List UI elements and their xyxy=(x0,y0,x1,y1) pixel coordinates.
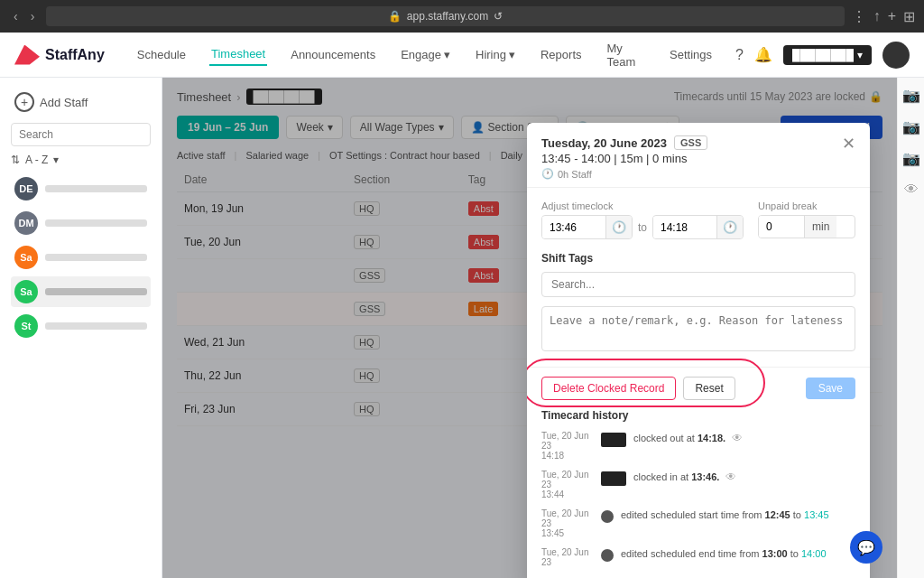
staff-name xyxy=(45,288,147,295)
chevron-down-icon: ▾ xyxy=(444,48,450,61)
save-button[interactable]: Save xyxy=(806,378,855,399)
browser-chrome: ‹ › 🔒 app.staffany.com ↺ ⋮ ↑ + ⊞ xyxy=(0,0,924,33)
eye-icon[interactable]: 👁 xyxy=(732,432,743,444)
time-in-input[interactable] xyxy=(542,217,605,238)
nav-engage[interactable]: Engage ▾ xyxy=(399,44,452,65)
time-in-input-group: 🕐 xyxy=(541,215,633,239)
nav-timesheet[interactable]: Timesheet xyxy=(209,43,267,66)
top-nav: StaffAny Schedule Timesheet Announcement… xyxy=(0,33,924,78)
address-bar[interactable]: 🔒 app.staffany.com ↺ xyxy=(46,6,844,26)
staff-item[interactable]: Sa xyxy=(11,276,151,307)
staff-item[interactable]: Sa xyxy=(11,242,151,273)
nav-myteam[interactable]: My Team xyxy=(605,38,647,72)
back-button[interactable]: ‹ xyxy=(9,7,23,25)
history-meta: Tue, 20 Jun 23 14:18 xyxy=(541,431,594,461)
side-icons: 📷 📷 📷 👁 xyxy=(897,78,924,578)
extensions-icon[interactable]: ⋮ xyxy=(852,8,866,25)
chevron-down-icon: ▾ xyxy=(509,48,515,61)
history-item: Tue, 20 Jun 23 13:44 clocked in at 13:46… xyxy=(541,470,855,499)
modal-time-summary: 13:45 - 14:00 | 15m | 0 mins xyxy=(541,152,707,165)
reload-icon[interactable]: ↺ xyxy=(494,10,503,23)
browser-controls: ‹ › xyxy=(9,7,39,25)
timesheet-area: Timesheet › ████████ Timecards until 15 … xyxy=(162,78,897,578)
user-menu[interactable]: ████████ ▾ xyxy=(783,45,872,65)
staff-item[interactable]: St xyxy=(11,311,151,341)
sort-control[interactable]: ⇅ A - Z ▾ xyxy=(11,154,151,166)
modal-title-block: Tuesday, 20 June 2023 GSS 13:45 - 14:00 … xyxy=(541,135,707,180)
time-out-input-group: 🕐 xyxy=(652,215,744,239)
eye-icon[interactable]: 👁 xyxy=(725,471,736,483)
lock-icon: 🔒 xyxy=(388,10,402,23)
timecard-history: Timecard history Tue, 20 Jun 23 14:18 cl… xyxy=(527,409,870,578)
sort-icon: ⇅ xyxy=(11,154,20,166)
nav-hiring[interactable]: Hiring ▾ xyxy=(474,44,517,65)
forward-button[interactable]: › xyxy=(26,7,40,25)
nav-announcements[interactable]: Announcements xyxy=(289,44,377,65)
camera-off-icon[interactable]: 📷 xyxy=(902,87,920,104)
url-text: app.staffany.com xyxy=(407,10,488,23)
plus-icon: + xyxy=(14,92,34,112)
new-tab-icon[interactable]: + xyxy=(888,8,896,25)
modal-body: Adjust timeclock 🕐 to 🕐 xyxy=(527,188,870,367)
logo: StaffAny xyxy=(14,45,105,65)
staff-avatar: Sa xyxy=(14,246,38,269)
history-text: clocked out at 14:18. 👁 xyxy=(633,431,743,446)
chevron-down-icon: ▾ xyxy=(53,154,59,166)
browser-nav[interactable]: ‹ › xyxy=(9,7,39,25)
nav-settings[interactable]: Settings xyxy=(668,44,714,65)
staff-item[interactable]: DE xyxy=(11,173,151,204)
history-item: Tue, 20 Jun 23 13:45 edited scheduled st… xyxy=(541,508,855,538)
modal-close-button[interactable]: ✕ xyxy=(842,135,855,152)
reset-button[interactable]: Reset xyxy=(683,377,735,400)
time-out-input[interactable] xyxy=(653,217,716,238)
user-name: ████████ xyxy=(792,49,854,61)
clock-icon: 🕐 xyxy=(605,216,632,238)
history-item: Tue, 20 Jun 23 14:18 clocked out at 14:1… xyxy=(541,431,855,461)
delete-clocked-record-button[interactable]: Delete Clocked Record xyxy=(541,377,676,400)
share-icon[interactable]: ↑ xyxy=(873,8,881,25)
history-avatar-circle xyxy=(601,510,614,523)
modal-staff: 🕐 0h Staff xyxy=(541,168,707,180)
note-textarea[interactable] xyxy=(541,306,855,351)
modal-footer: Delete Clocked Record Reset Save xyxy=(527,367,870,409)
avatar[interactable] xyxy=(882,42,910,69)
to-label: to xyxy=(638,221,647,234)
nav-right: ? 🔔 ████████ ▾ xyxy=(735,42,910,69)
history-meta: Tue, 20 Jun 23 13:44 xyxy=(541,470,594,499)
shift-tags-search[interactable] xyxy=(541,272,855,297)
staff-item[interactable]: DM xyxy=(11,208,151,238)
modal-date: Tuesday, 20 June 2023 GSS xyxy=(541,135,707,150)
search-input[interactable] xyxy=(11,123,151,146)
history-avatar-bar xyxy=(601,471,626,486)
chat-button[interactable]: 💬 xyxy=(850,531,882,564)
staff-avatar: St xyxy=(14,314,38,338)
chevron-down-icon: ▾ xyxy=(857,49,863,61)
unpaid-unit: min xyxy=(804,216,836,238)
browser-actions: ⋮ ↑ + ⊞ xyxy=(852,8,915,25)
nav-schedule[interactable]: Schedule xyxy=(135,44,188,65)
clock-icon: 🕐 xyxy=(716,216,743,238)
sidebar: + Add Staff ⇅ A - Z ▾ DE DM Sa xyxy=(0,78,162,578)
logo-icon xyxy=(14,45,40,65)
history-text: edited scheduled start time from 12:45 t… xyxy=(621,508,829,522)
camera-off-icon-3[interactable]: 📷 xyxy=(902,150,920,167)
history-avatar-bar xyxy=(601,433,626,447)
modal-header: Tuesday, 20 June 2023 GSS 13:45 - 14:00 … xyxy=(527,123,870,188)
unpaid-input[interactable] xyxy=(759,216,804,238)
eye-icon[interactable]: 👁 xyxy=(904,182,919,198)
modal-section-tag: GSS xyxy=(674,135,707,150)
history-title: Timecard history xyxy=(541,409,855,422)
history-text: clocked in at 13:46. 👁 xyxy=(633,470,736,485)
camera-off-icon-2[interactable]: 📷 xyxy=(902,118,920,135)
nav-reports[interactable]: Reports xyxy=(539,44,584,65)
history-text: edited scheduled end time from 13:00 to … xyxy=(621,547,827,561)
main-content: + Add Staff ⇅ A - Z ▾ DE DM Sa xyxy=(0,78,924,578)
tabs-icon[interactable]: ⊞ xyxy=(903,8,915,25)
help-icon[interactable]: ? xyxy=(735,47,744,63)
bell-icon[interactable]: 🔔 xyxy=(754,46,772,63)
add-staff-button[interactable]: + Add Staff xyxy=(11,89,151,116)
staff-name xyxy=(45,185,147,192)
unpaid-label: Unpaid break xyxy=(758,200,855,211)
history-item: Tue, 20 Jun 23 edited scheduled end time… xyxy=(541,547,855,567)
history-avatar-circle xyxy=(601,549,614,562)
